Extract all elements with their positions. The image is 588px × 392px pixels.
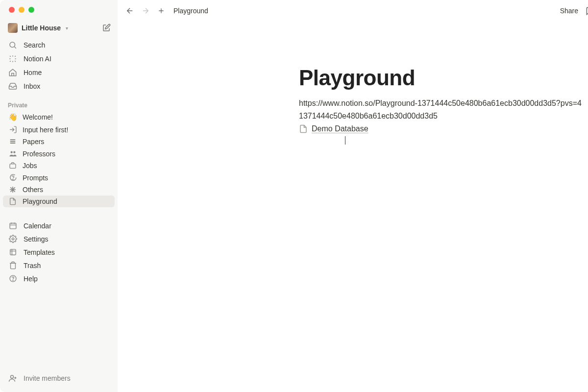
new-page-button[interactable]	[101, 23, 112, 33]
workspace-name: Little House	[22, 24, 61, 32]
svg-point-4	[10, 151, 12, 153]
workspace-avatar-icon	[8, 23, 18, 33]
sidebar-item-label: Settings	[24, 235, 49, 243]
asterisk-icon	[8, 186, 18, 194]
sidebar-page-label: Jobs	[23, 162, 37, 170]
sidebar-item-label: Help	[24, 275, 38, 283]
calendar-icon	[8, 221, 18, 230]
sidebar-page-label: Professors	[23, 150, 55, 158]
help-icon	[8, 274, 18, 283]
login-arrow-icon	[8, 125, 18, 134]
sidebar-item-label: Home	[24, 69, 42, 76]
stack-icon	[8, 138, 18, 146]
sidebar-item-home[interactable]: Home	[3, 66, 115, 79]
page-url-text[interactable]: https://www.notion.so/Playground-1371444…	[299, 99, 588, 108]
chat-question-icon	[8, 173, 18, 182]
nav-back-button[interactable]	[124, 5, 135, 16]
sidebar-page-welcome[interactable]: 👋 Welcome!	[3, 111, 115, 123]
svg-point-12	[13, 280, 13, 281]
new-tab-button[interactable]	[156, 5, 167, 16]
linked-page-demo-database[interactable]: Demo Database	[299, 124, 588, 133]
comments-icon[interactable]	[585, 6, 588, 16]
svg-point-5	[13, 151, 15, 153]
sidebar-item-label: Search	[24, 41, 45, 49]
sidebar-footer: Calendar Settings Templates Trash	[0, 215, 118, 289]
workspace-switcher[interactable]: Little House ▾	[8, 23, 68, 33]
sidebar-page-label: Input here first!	[23, 126, 68, 134]
templates-icon	[8, 248, 18, 256]
sidebar-item-search[interactable]: Search	[3, 38, 115, 52]
sidebar-item-trash[interactable]: Trash	[3, 259, 115, 272]
window-controls	[0, 0, 118, 17]
zoom-window-button[interactable]	[28, 7, 34, 13]
svg-point-0	[10, 42, 15, 48]
page-id-text[interactable]: 1371444c50e480b6a61ecb30d00dd3d5	[299, 112, 588, 121]
sidebar-item-label: Templates	[24, 248, 55, 256]
invite-members-button[interactable]: Invite members	[3, 371, 115, 385]
sidebar-item-inbox[interactable]: Inbox	[3, 79, 115, 93]
topbar: Playground Share	[118, 0, 588, 22]
sidebar-item-label: Notion AI	[24, 55, 51, 63]
svg-rect-1	[10, 139, 16, 140]
sidebar-item-help[interactable]: Help	[3, 272, 115, 285]
inbox-icon	[8, 82, 18, 91]
sidebar-page-label: Playground	[23, 197, 57, 205]
sidebar-page-papers[interactable]: Papers	[3, 136, 115, 147]
trash-icon	[8, 261, 18, 270]
share-button[interactable]: Share	[560, 7, 578, 15]
svg-point-13	[11, 375, 14, 378]
page-title[interactable]: Playground	[299, 66, 588, 90]
home-icon	[8, 68, 18, 77]
wave-emoji-icon: 👋	[8, 113, 18, 122]
close-window-button[interactable]	[9, 7, 15, 13]
svg-rect-3	[10, 143, 16, 144]
page-icon	[8, 197, 18, 205]
minimize-window-button[interactable]	[19, 7, 24, 13]
sidebar: Little House ▾ Search Not	[0, 0, 118, 392]
sidebar-item-label: Calendar	[24, 222, 51, 230]
main: Playground Share Playground http	[118, 0, 588, 392]
svg-point-7	[13, 179, 13, 180]
svg-point-9	[12, 238, 14, 240]
nav-forward-button[interactable]	[140, 5, 151, 16]
sidebar-page-input-first[interactable]: Input here first!	[3, 123, 115, 136]
invite-members-label: Invite members	[24, 374, 71, 382]
briefcase-icon	[8, 162, 18, 170]
sidebar-item-label: Trash	[24, 262, 41, 270]
sidebar-page-playground[interactable]: Playground	[3, 196, 115, 207]
svg-rect-6	[10, 164, 16, 169]
people-icon	[8, 149, 18, 158]
page-body[interactable]: Playground https://www.notion.so/Playgro…	[299, 22, 588, 133]
sidebar-page-prompts[interactable]: Prompts	[3, 172, 115, 184]
page-icon	[299, 124, 308, 133]
breadcrumb[interactable]: Playground	[173, 7, 208, 15]
gear-icon	[8, 235, 18, 243]
sidebar-page-professors[interactable]: Professors	[3, 147, 115, 160]
sidebar-section-private[interactable]: Private	[0, 95, 118, 111]
sidebar-page-label: Papers	[23, 138, 44, 146]
sidebar-page-others[interactable]: Others	[3, 184, 115, 196]
search-icon	[8, 41, 18, 49]
sidebar-pages: 👋 Welcome! Input here first! Papers Pr	[0, 111, 118, 207]
svg-rect-2	[10, 141, 16, 142]
sidebar-page-label: Welcome!	[23, 113, 53, 121]
sidebar-page-jobs[interactable]: Jobs	[3, 160, 115, 172]
sidebar-item-calendar[interactable]: Calendar	[3, 219, 115, 232]
sidebar-item-label: Inbox	[24, 82, 40, 90]
sidebar-page-label: Others	[23, 186, 43, 194]
sidebar-item-settings[interactable]: Settings	[3, 232, 115, 245]
linked-page-label: Demo Database	[312, 124, 368, 133]
sparkle-icon	[8, 54, 18, 63]
text-caret-icon	[345, 136, 345, 145]
add-user-icon	[8, 374, 18, 383]
svg-rect-8	[10, 223, 16, 229]
sidebar-nav: Search Notion AI Home Inbox	[0, 36, 118, 95]
sidebar-item-ai[interactable]: Notion AI	[3, 52, 115, 66]
sidebar-page-label: Prompts	[23, 174, 48, 182]
svg-rect-10	[10, 249, 15, 255]
sidebar-item-templates[interactable]: Templates	[3, 245, 115, 259]
chevron-down-icon: ▾	[66, 25, 68, 31]
